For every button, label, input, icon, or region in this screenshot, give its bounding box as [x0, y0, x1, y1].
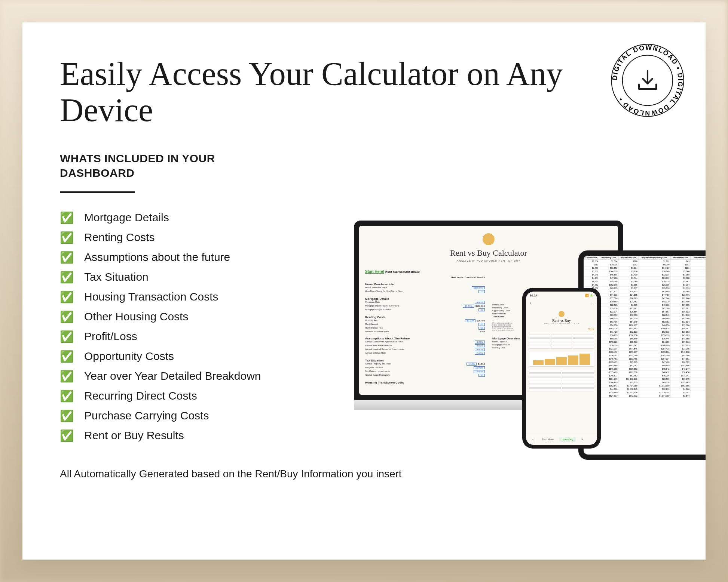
checklist-item: ✅Recurring Direct Costs	[60, 386, 668, 406]
page-title: Easily Access Your Calculator on Any Dev…	[60, 56, 584, 129]
section-subtitle: WHATS INCLUDED IN YOUR DASHBOARD	[60, 151, 247, 180]
check-icon: ✅	[60, 429, 74, 442]
check-icon: ✅	[60, 290, 74, 304]
checklist-label: Mortgage Details	[84, 211, 169, 224]
checklist-label: Other Housing Costs	[84, 310, 188, 323]
features-checklist: ✅Mortgage Details✅Renting Costs✅Assumpti…	[60, 208, 668, 446]
divider	[60, 191, 135, 193]
checklist-label: Opportunity Costs	[84, 350, 174, 363]
digital-download-badge: DIGITAL DOWNLOAD • DIGITAL DOWNLOAD •	[608, 41, 687, 120]
checklist-label: Tax Situation	[84, 271, 149, 283]
check-icon: ✅	[60, 370, 74, 383]
checklist-label: Rent or Buy Results	[84, 429, 184, 442]
check-icon: ✅	[60, 389, 74, 403]
checklist-label: Recurring Direct Costs	[84, 389, 197, 402]
checklist-label: Purchase Carrying Costs	[84, 409, 209, 422]
checklist-label: Assumptions about the future	[84, 251, 230, 264]
checklist-item: ✅Tax Situation	[60, 267, 668, 287]
checklist-item: ✅Rent or Buy Results	[60, 426, 668, 446]
check-icon: ✅	[60, 211, 74, 224]
checklist-label: Housing Transaction Costs	[84, 290, 218, 303]
check-icon: ✅	[60, 350, 74, 363]
checklist-item: ✅Mortgage Details	[60, 208, 668, 228]
checklist-label: Profit/Loss	[84, 330, 137, 343]
checklist-item: ✅Purchase Carrying Costs	[60, 406, 668, 426]
check-icon: ✅	[60, 310, 74, 323]
checklist-label: Renting Costs	[84, 231, 155, 244]
check-icon: ✅	[60, 330, 74, 343]
checklist-item: ✅Assumptions about the future	[60, 247, 668, 267]
checklist-label: Year over Year Detailed Breakdown	[84, 370, 261, 382]
check-icon: ✅	[60, 231, 74, 244]
check-icon: ✅	[60, 409, 74, 422]
checklist-item: ✅Year over Year Detailed Breakdown	[60, 366, 668, 386]
check-icon: ✅	[60, 271, 74, 284]
checklist-item: ✅Profit/Loss	[60, 327, 668, 347]
footer-note: All Automatically Generated based on the…	[60, 468, 668, 480]
checklist-item: ✅Housing Transaction Costs	[60, 287, 668, 307]
checklist-item: ✅Opportunity Costs	[60, 347, 668, 366]
checklist-item: ✅Other Housing Costs	[60, 307, 668, 327]
check-icon: ✅	[60, 251, 74, 264]
main-card: DIGITAL DOWNLOAD • DIGITAL DOWNLOAD • Ea…	[22, 22, 706, 560]
checklist-item: ✅Renting Costs	[60, 228, 668, 247]
